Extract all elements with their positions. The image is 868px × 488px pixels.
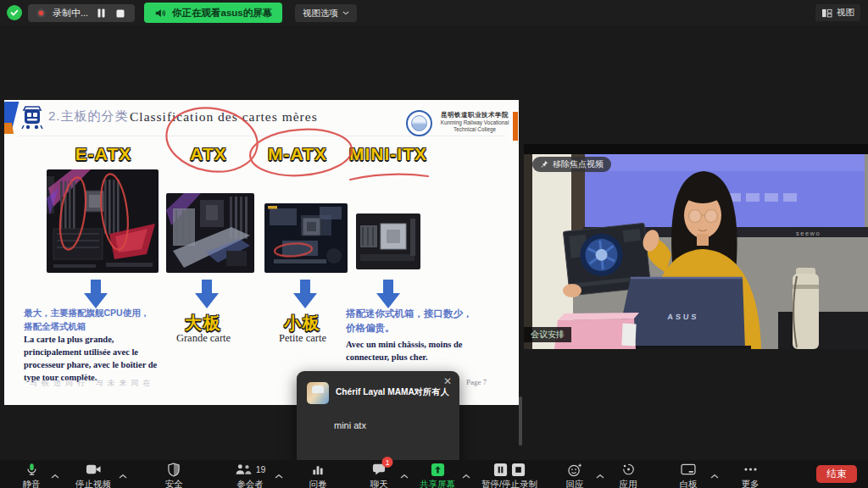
bar-chart-icon bbox=[312, 463, 325, 476]
more-dots-icon bbox=[743, 467, 757, 472]
thermos-bottle bbox=[793, 268, 819, 349]
college-name-en-2: Technical College bbox=[435, 126, 515, 133]
apps-button[interactable]: 应用 bbox=[620, 462, 637, 488]
stop-recording-button[interactable] bbox=[114, 7, 127, 20]
end-meeting-button[interactable]: 结束 bbox=[816, 465, 857, 483]
pause-recording-icon bbox=[493, 463, 508, 477]
whiteboard-icon bbox=[681, 463, 697, 476]
motherboard-image-atx bbox=[166, 193, 254, 273]
participant-name-label: 会议安排 bbox=[524, 327, 571, 342]
chat-message-text: mini atx bbox=[334, 420, 366, 430]
chat-options-chevron[interactable] bbox=[400, 467, 409, 472]
video-options-chevron[interactable] bbox=[119, 467, 127, 472]
chat-message-popup[interactable]: Chérif Layal MAMA对所有人 mini atx ✕ bbox=[297, 371, 459, 467]
meeting-window: 录制中... 你正在观看asus的屏幕 视图选项 视 bbox=[0, 0, 868, 488]
speaker-video-tile: seewo ASUS 移除焦点视频 会议安排 bbox=[524, 144, 868, 349]
chat-sender-avatar bbox=[307, 382, 329, 404]
mute-label: 静音 bbox=[23, 479, 41, 488]
desc-e-atx-fr: La carte la plus grande, principalement … bbox=[24, 334, 161, 385]
category-mini-itx: MINI-ITX bbox=[349, 144, 427, 164]
desc-e-atx-zh: 最大，主要搭配旗舰CPU使用，搭配全塔式机箱 bbox=[24, 307, 153, 334]
desc-mini-itx-zh: 搭配迷你式机箱，接口数少，价格偏贵。 bbox=[346, 307, 480, 336]
more-button[interactable]: 更多 bbox=[742, 462, 760, 488]
view-label: 视图 bbox=[837, 7, 854, 19]
title-divider bbox=[18, 136, 505, 136]
category-m-atx: M-ATX bbox=[268, 144, 327, 164]
banner-text: 你正在观看asus的屏幕 bbox=[172, 7, 272, 19]
whiteboard-label: 白板 bbox=[680, 479, 698, 488]
watching-screen-banner: 你正在观看asus的屏幕 bbox=[144, 3, 282, 23]
record-dot-icon bbox=[36, 8, 47, 19]
chat-unread-badge: 1 bbox=[382, 457, 393, 468]
security-label: 安全 bbox=[165, 479, 183, 488]
size-label-large-fr: Grande carte bbox=[176, 332, 231, 345]
slide-page-number: Page 7 bbox=[466, 378, 487, 386]
participants-label: 参会者 bbox=[236, 479, 264, 488]
college-name-en-1: Kunming Railway Vocational bbox=[435, 119, 515, 126]
remove-focus-video-button[interactable]: 移除焦点视频 bbox=[532, 157, 611, 172]
apps-icon bbox=[621, 463, 635, 476]
polls-button[interactable]: 问卷 bbox=[309, 462, 327, 488]
share-view-scrollbar[interactable] bbox=[519, 396, 522, 446]
view-layout-button[interactable]: 视图 bbox=[815, 4, 860, 21]
desc-mini-itx-fr: Avec un mini châssis, moins de connecteu… bbox=[346, 339, 505, 364]
whiteboard-button[interactable]: 白板 bbox=[680, 462, 698, 488]
chat-label: 聊天 bbox=[370, 479, 388, 488]
whiteboard-options-chevron[interactable] bbox=[710, 467, 719, 472]
stop-icon bbox=[116, 9, 125, 18]
laptop-brand-label: ASUS bbox=[664, 313, 704, 321]
apps-label: 应用 bbox=[620, 479, 637, 488]
category-e-atx: E-ATX bbox=[75, 144, 131, 164]
speaker-icon bbox=[154, 8, 166, 19]
slide-title-zh: 2.主板的分类 bbox=[48, 108, 129, 125]
category-atx: ATX bbox=[190, 144, 226, 164]
participants-icon bbox=[235, 463, 253, 475]
reactions-button[interactable]: 回应 bbox=[566, 462, 584, 488]
motherboard-image-mini-itx bbox=[356, 214, 420, 269]
participants-count: 19 bbox=[256, 464, 266, 474]
camera-icon bbox=[86, 463, 102, 475]
view-options-dropdown[interactable]: 视图选项 bbox=[295, 4, 357, 22]
reactions-label: 回应 bbox=[566, 479, 584, 488]
smiley-icon bbox=[567, 463, 583, 477]
slide-footer-motto: 与铁道同行 与未来同在 bbox=[30, 378, 155, 389]
security-button[interactable]: 安全 bbox=[165, 462, 183, 488]
more-label: 更多 bbox=[742, 479, 760, 488]
pause-stop-recording-button[interactable]: 暂停/停止录制 bbox=[481, 462, 537, 488]
layout-grid-icon bbox=[821, 8, 832, 18]
remove-focus-label: 移除焦点视频 bbox=[553, 158, 604, 170]
train-icon bbox=[20, 105, 44, 130]
pause-stop-recording-label: 暂停/停止录制 bbox=[481, 479, 537, 488]
shared-screen-slide: 2.主板的分类 Classification des cartes mères … bbox=[4, 100, 519, 405]
top-bar: 录制中... 你正在观看asus的屏幕 视图选项 视 bbox=[0, 0, 868, 25]
audio-options-chevron[interactable] bbox=[51, 467, 59, 472]
college-logo bbox=[406, 110, 432, 136]
participants-options-chevron[interactable] bbox=[275, 467, 283, 472]
chevron-down-icon bbox=[342, 11, 349, 15]
size-label-small-zh: 小板 bbox=[284, 312, 321, 335]
participants-button[interactable]: 19 参会者 bbox=[235, 462, 266, 488]
motherboard-image-e-atx bbox=[47, 169, 159, 273]
shield-icon bbox=[168, 463, 181, 477]
share-screen-icon bbox=[431, 463, 445, 477]
size-label-large-zh: 大板 bbox=[185, 312, 222, 335]
pause-recording-button[interactable] bbox=[94, 7, 108, 20]
chat-sender-name: Chérif Layal MAMA对所有人 bbox=[336, 386, 449, 398]
chat-button[interactable]: 1 聊天 bbox=[370, 462, 388, 488]
college-name: 昆明铁道职业技术学院 Kunming Railway Vocational Te… bbox=[435, 111, 515, 134]
stop-video-button[interactable]: 停止视频 bbox=[75, 462, 111, 488]
chat-popup-close-icon[interactable]: ✕ bbox=[443, 375, 452, 387]
share-screen-button[interactable]: 共享屏幕 bbox=[420, 462, 455, 488]
polls-label: 问卷 bbox=[309, 479, 327, 488]
slide-title-fr: Classification des cartes mères bbox=[130, 109, 318, 125]
meeting-toolbar: 静音 停止视频 安全 bbox=[0, 460, 868, 488]
meeting-secure-shield-icon[interactable] bbox=[7, 5, 22, 20]
flow-arrows bbox=[84, 280, 400, 308]
motherboard-image-m-atx bbox=[264, 203, 348, 273]
share-screen-label: 共享屏幕 bbox=[420, 479, 455, 488]
reactions-options-chevron[interactable] bbox=[596, 467, 604, 472]
pin-icon bbox=[540, 160, 548, 169]
recording-label: 录制中... bbox=[53, 7, 88, 19]
share-options-chevron[interactable] bbox=[462, 467, 470, 472]
mute-button[interactable]: 静音 bbox=[23, 462, 41, 488]
